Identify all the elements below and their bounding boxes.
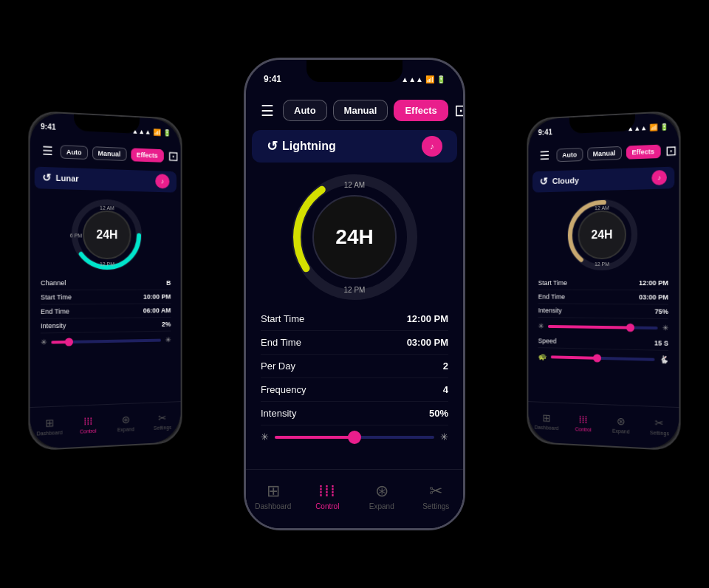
nav-control-center[interactable]: ⁞⁞⁞ Control (301, 482, 355, 510)
signal-icon-center: ▲▲▲ (401, 75, 423, 83)
nav-control-right[interactable]: ⁞⁞⁞ Control (565, 413, 602, 433)
nav-settings-right[interactable]: ✂ Settings (640, 416, 679, 437)
control-icon-left: ⁞⁞⁞ (83, 415, 92, 428)
tab-effects-right[interactable]: Effects (626, 145, 660, 160)
setting-row-intensity-c: Intensity 50% (261, 402, 448, 425)
slider-track-spd-r[interactable] (551, 355, 655, 360)
tab-auto-center[interactable]: Auto (283, 100, 327, 121)
value-endtime-r: 03:00 PM (639, 293, 668, 301)
dashboard-icon-center: ⊞ (267, 482, 280, 501)
tab-effects-left[interactable]: Effects (131, 148, 163, 163)
dashboard-icon-left: ⊞ (45, 417, 54, 429)
battery-icon-right: 🔋 (660, 123, 668, 131)
effect-name-center: ↺ Lightning (267, 138, 336, 154)
label-starttime-l: Start Time (41, 293, 72, 301)
setting-row-starttime-r: Start Time 12:00 PM (538, 276, 668, 290)
svg-text:12 PM: 12 PM (344, 286, 366, 294)
label-speed-r: Speed (538, 337, 557, 344)
slider-thumb-center[interactable] (348, 431, 361, 444)
setting-row-frequency-c: Frequency 4 (261, 378, 448, 402)
nav-control-left[interactable]: ⁞⁞⁞ Control (69, 414, 107, 434)
svg-text:12 PM: 12 PM (100, 261, 114, 267)
tab-manual-left[interactable]: Manual (92, 146, 126, 161)
label-frequency-c: Frequency (261, 384, 306, 395)
control-icon-right: ⁞⁞⁞ (579, 414, 588, 425)
slider-track-left[interactable] (51, 338, 161, 343)
effect-header-right: ↺ Cloudy ♪ (532, 167, 674, 193)
bottom-nav-right: ⊞ Dashboard ⁞⁞⁞ Control ⊛ Expand ✂ Setti… (528, 401, 679, 449)
time-left: 9:41 (41, 123, 56, 131)
nav-settings-center[interactable]: ✂ Settings (409, 482, 464, 510)
settings-icon-right: ✂ (655, 417, 664, 429)
battery-icon-center: 🔋 (436, 75, 445, 83)
timer-container-center: 12 AM 12 PM 24H (246, 164, 463, 307)
tab-effects-center[interactable]: Effects (394, 100, 448, 121)
nav-expand-left[interactable]: ⊛ Expand (107, 413, 144, 433)
phone-center: 9:41 ▲▲▲ 📶 🔋 ☰ Auto Manual Effects ⊡ (244, 58, 465, 530)
bottom-nav-left: ⊞ Dashboard ⁞⁞⁞ Control ⊛ Expand ✂ Setti… (30, 401, 181, 449)
dashboard-icon-right: ⊞ (542, 412, 550, 424)
value-perday-c: 2 (443, 360, 448, 372)
slider-track-int-r[interactable] (548, 324, 658, 329)
timer-label-center: 24H (335, 227, 373, 247)
slider-row-center: ✳ ✳ (261, 425, 448, 448)
nav-dashboard-right[interactable]: ⊞ Dashboard (528, 411, 564, 431)
control-label-left: Control (80, 428, 97, 434)
label-intensity-c: Intensity (261, 408, 296, 419)
nav-dashboard-left[interactable]: ⊞ Dashboard (30, 416, 69, 437)
qr-icon-center[interactable]: ⊡ (454, 101, 463, 120)
settings-label-left: Settings (154, 425, 171, 431)
value-intensity-l: 2% (162, 321, 171, 328)
svg-text:12 AM: 12 AM (100, 205, 114, 211)
qr-icon-right[interactable]: ⊡ (665, 143, 677, 160)
wifi-icon-right: 📶 (649, 123, 657, 131)
notch-left (74, 114, 140, 134)
value-channel: B (166, 279, 171, 287)
slider-row-left: ✳ ✳ (41, 332, 171, 351)
nav-settings-left[interactable]: ✂ Settings (144, 411, 180, 431)
settings-label-right: Settings (650, 430, 669, 436)
setting-row-endtime-c: End Time 03:00 PM (261, 331, 448, 355)
expand-label-center: Expand (369, 502, 394, 510)
app-content-right: ☰ Auto Manual Effects ⊡ ↺ Cloudy ♪ (528, 136, 679, 449)
nav-expand-center[interactable]: ⊛ Expand (354, 482, 409, 510)
qr-icon-left[interactable]: ⊡ (168, 148, 178, 165)
tab-auto-right[interactable]: Auto (557, 148, 583, 162)
pink-dot-right[interactable]: ♪ (651, 170, 667, 185)
status-icons-left: ▲▲▲ 📶 🔋 (132, 127, 171, 136)
effect-name-left: ↺ Lunar (42, 171, 79, 185)
svg-text:12 AM: 12 AM (595, 205, 609, 211)
tab-manual-center[interactable]: Manual (333, 100, 388, 121)
value-starttime-r: 12:00 PM (639, 279, 668, 287)
value-intensity-c: 50% (429, 408, 448, 419)
expand-icon-left: ⊛ (121, 414, 130, 425)
label-endtime-l: End Time (41, 307, 69, 315)
hamburger-right[interactable]: ☰ (540, 150, 549, 162)
settings-center: Start Time 12:00 PM End Time 03:00 PM Pe… (246, 307, 463, 448)
undo-icon-center[interactable]: ↺ (267, 138, 278, 154)
pink-dot-center[interactable]: ♪ (422, 136, 442, 157)
value-frequency-c: 4 (443, 384, 448, 395)
pink-dot-left[interactable]: ♪ (155, 174, 169, 188)
hamburger-left[interactable]: ☰ (42, 145, 52, 157)
nav-dashboard-center[interactable]: ⊞ Dashboard (246, 482, 301, 510)
slider-min-center: ✳ (261, 431, 269, 442)
tab-auto-left[interactable]: Auto (61, 145, 88, 160)
value-starttime-c: 12:00 PM (407, 313, 448, 324)
slider-thumb-int-r[interactable] (626, 323, 634, 331)
timer-container-left: 12 AM 12 PM 6 PM 24H (30, 190, 181, 276)
timer-svg-right: 12 AM 12 PM 24H (566, 197, 639, 272)
slider-row-speed-r: 🐢 🐇 (538, 348, 668, 368)
settings-left: Channel B Start Time 10:00 PM End Time 0… (30, 276, 181, 351)
nav-expand-right[interactable]: ⊛ Expand (602, 414, 640, 434)
slider-thumb-left[interactable] (64, 338, 72, 346)
slider-thumb-spd-r[interactable] (593, 354, 601, 362)
setting-row-perday-c: Per Day 2 (261, 355, 448, 378)
label-starttime-r: Start Time (538, 279, 567, 287)
tab-manual-right[interactable]: Manual (587, 146, 622, 161)
slider-track-center[interactable] (275, 436, 434, 439)
hamburger-center[interactable]: ☰ (261, 103, 274, 118)
phone-center-inner: 9:41 ▲▲▲ 📶 🔋 ☰ Auto Manual Effects ⊡ (246, 60, 463, 528)
undo-icon-left[interactable]: ↺ (42, 171, 51, 184)
undo-icon-right[interactable]: ↺ (540, 175, 548, 187)
